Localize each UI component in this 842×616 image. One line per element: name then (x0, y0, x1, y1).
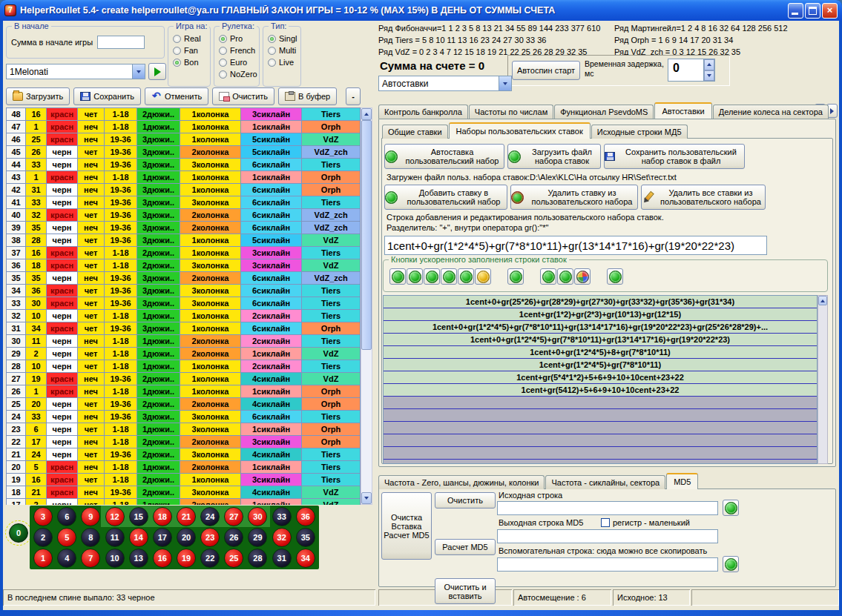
green-chip-button[interactable] (458, 268, 474, 285)
bet-list-item[interactable]: 1cent+0+gr(1*2*4*5)+gr(7*8*10*11)+gr(13*… (384, 321, 817, 334)
board-number-36[interactable]: 36 (296, 507, 315, 526)
green-chip-button[interactable] (540, 268, 556, 285)
board-number-27[interactable]: 27 (224, 507, 243, 526)
delay-spinner[interactable]: 0 (668, 59, 715, 82)
bet-list-item[interactable]: 1cent+gr(1*2*4*5)+gr(7*8*10*11) (384, 359, 817, 371)
board-number-15[interactable]: 15 (129, 507, 148, 526)
sub-tab-1[interactable]: Наборы пользовательских ставок (449, 122, 591, 139)
md5-helper-chip-button[interactable] (723, 556, 739, 572)
register-checkbox[interactable] (601, 518, 610, 527)
green-chip-button[interactable] (424, 268, 440, 285)
board-number-30[interactable]: 30 (248, 507, 267, 526)
radio-pro[interactable]: Pro (219, 33, 259, 44)
autobet-user-set-button[interactable]: Автоставка пользовательский набор (384, 144, 504, 169)
sub-tab-2[interactable]: Исходные строки МД5 (591, 125, 688, 139)
green-chip-button[interactable] (441, 268, 457, 285)
bottom-tab-1[interactable]: Частота - сиклайны, сектора (545, 475, 665, 489)
board-number-24[interactable]: 24 (200, 507, 220, 526)
board-number-8[interactable]: 8 (81, 528, 100, 547)
scroll-down-button[interactable] (361, 492, 372, 504)
green-chip-button[interactable] (607, 268, 623, 285)
bet-list-item[interactable]: 1cent+gr(5*4*1*2)+5+6+9+10+10cent+23+22 (384, 371, 817, 384)
add-bet-button[interactable]: Добавить ставку в пользовательский набор (384, 185, 507, 210)
load-set-file-button[interactable]: Загрузить файл набора ставок (507, 144, 601, 169)
save-button[interactable]: Сохранить (73, 87, 141, 105)
board-number-7[interactable]: 7 (81, 549, 100, 568)
radio-euro[interactable]: Euro (219, 56, 259, 68)
scrollbar-thumb[interactable] (361, 120, 372, 350)
bet-list-item[interactable]: 1cent+gr(1*2)+gr(2*3)+gr(10*13)+gr(12*15… (384, 308, 817, 321)
bet-list-item[interactable]: 1cent+0+gr(25*26)+gr(28*29)+gr(27*30)+gr… (384, 296, 817, 308)
board-number-16[interactable]: 16 (153, 549, 172, 568)
scroll-up-button[interactable] (818, 296, 827, 305)
remove-bet-button[interactable]: Удалить ставку из пользовательского набо… (510, 185, 638, 210)
board-number-14[interactable]: 14 (129, 528, 148, 547)
main-tab-4[interactable]: Деление колеса на сектора (713, 105, 829, 119)
start-sum-input[interactable] (97, 36, 145, 49)
bet-list-item[interactable]: 1cent+0+gr(1*2*4*5)+gr(7*8*10*11)+gr(13*… (384, 334, 817, 346)
title-bar[interactable]: 7 HelperRoullet 5.4- create helperroulle… (0, 0, 842, 21)
board-number-20[interactable]: 20 (177, 528, 196, 547)
to-buffer-button[interactable]: В буфер (278, 87, 337, 105)
remove-all-bets-button[interactable]: Удалить все ставки из пользовательского … (641, 185, 766, 210)
minimize-button[interactable] (788, 3, 803, 19)
clear-button[interactable]: Очистить (212, 87, 274, 105)
board-number-26[interactable]: 26 (224, 528, 243, 547)
board-number-17[interactable]: 17 (153, 528, 172, 547)
undo-button[interactable]: Отменить (145, 87, 208, 105)
radio-fan[interactable]: Fan (173, 44, 210, 56)
radio-singl[interactable]: Singl (268, 33, 300, 44)
board-number-3[interactable]: 3 (33, 507, 53, 526)
board-number-19[interactable]: 19 (177, 549, 196, 568)
board-number-5[interactable]: 5 (57, 528, 76, 547)
scroll-up-button[interactable] (361, 108, 372, 120)
board-number-6[interactable]: 6 (57, 507, 76, 526)
collapse-button[interactable]: - (346, 87, 361, 105)
board-number-21[interactable]: 21 (177, 507, 196, 526)
dropdown-arrow-icon[interactable] (132, 64, 145, 79)
green-chip-button[interactable] (407, 268, 423, 285)
bet-list-item[interactable]: 1cent+0+gr(1*2*4*5)+8+gr(7*8*10*11) (384, 346, 817, 359)
board-number-23[interactable]: 23 (200, 528, 220, 547)
radio-live[interactable]: Live (268, 56, 300, 68)
green-chip-button[interactable] (389, 268, 406, 285)
board-number-2[interactable]: 2 (33, 528, 53, 547)
board-number-25[interactable]: 25 (224, 549, 243, 568)
sub-tab-0[interactable]: Общие ставки (382, 125, 448, 139)
autospin-start-button[interactable]: Автоспин старт (512, 61, 580, 80)
green-chip-button[interactable] (507, 268, 524, 285)
scrollbar-track[interactable] (361, 120, 372, 492)
radio-multi[interactable]: Multi (268, 44, 300, 56)
board-number-9[interactable]: 9 (81, 507, 100, 526)
board-number-31[interactable]: 31 (272, 549, 292, 568)
load-button[interactable]: Загрузить (6, 87, 70, 105)
main-tab-3[interactable]: Автоставки (654, 102, 711, 119)
bet-list-item[interactable]: 1cent+gr(5412)+5+6+9+10+10cent+23+22 (384, 384, 817, 397)
board-number-22[interactable]: 22 (200, 549, 220, 568)
board-number-28[interactable]: 28 (248, 549, 267, 568)
md5-clear-button[interactable]: Очистить (435, 492, 496, 509)
board-number-4[interactable]: 4 (57, 549, 76, 568)
md5-source-input[interactable] (497, 501, 718, 515)
gold-chip-button[interactable] (475, 268, 491, 285)
dropdown-arrow-icon[interactable] (499, 76, 511, 90)
strategy-select[interactable]: 1Melonati (6, 64, 145, 79)
md5-output-input[interactable] (497, 529, 718, 543)
spin-up-button[interactable] (704, 59, 714, 70)
main-tab-2[interactable]: Функционал PsevdoMS (554, 105, 654, 119)
autobet-select[interactable]: Автоставки (378, 76, 512, 91)
multi-chip-button[interactable] (574, 268, 591, 285)
md5-source-chip-button[interactable] (723, 500, 739, 516)
history-scrollbar[interactable] (361, 107, 372, 505)
register-checkbox-row[interactable]: регистр - маленький (601, 518, 690, 527)
bet-string-input[interactable] (384, 236, 767, 255)
save-set-file-button[interactable]: Сохранить пользовательский набор ставок … (604, 144, 745, 169)
radio-french[interactable]: French (219, 44, 259, 56)
md5-calc-button[interactable]: Расчет MD5 (435, 539, 496, 555)
bet-list-scrollbar[interactable] (818, 295, 828, 464)
md5-helper-input[interactable] (497, 557, 718, 572)
board-number-32[interactable]: 32 (272, 528, 292, 547)
board-number-33[interactable]: 33 (272, 507, 292, 526)
board-number-35[interactable]: 35 (296, 528, 315, 547)
green-chip-button[interactable] (557, 268, 573, 285)
